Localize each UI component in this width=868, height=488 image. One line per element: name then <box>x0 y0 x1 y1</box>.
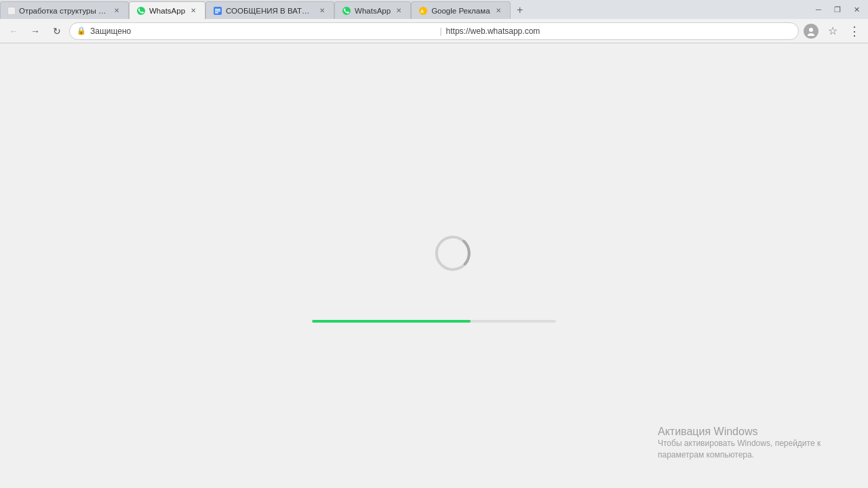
minimize-button[interactable]: ─ <box>810 3 827 16</box>
svg-point-8 <box>809 28 813 32</box>
tab-favicon-whatsapp-2 <box>342 6 351 16</box>
main-content: Активация Windows Чтобы активировать Win… <box>0 43 868 488</box>
url-display: https://web.whatsapp.com <box>446 26 791 36</box>
tab-label-whatsapp-active: WhatsApp <box>149 7 185 15</box>
svg-point-0 <box>137 7 145 15</box>
new-tab-button[interactable]: + <box>512 1 528 19</box>
tab-favicon-generic <box>7 7 16 15</box>
windows-watermark: Активация Windows Чтобы активировать Win… <box>658 426 848 461</box>
progress-bar-fill <box>312 320 471 323</box>
url-bar[interactable]: 🔒 Защищено | https://web.whatsapp.com <box>69 22 799 40</box>
url-separator: | <box>439 26 441 36</box>
watermark-title: Активация Windows <box>658 426 848 438</box>
security-label: Защищено <box>90 26 435 36</box>
tab-close-google-ads[interactable]: ✕ <box>494 6 503 16</box>
loading-container <box>414 241 454 282</box>
svg-text:A: A <box>420 9 424 14</box>
watermark-description: Чтобы активировать Windows, перейдите к … <box>658 438 848 461</box>
progress-bar-container <box>312 320 556 323</box>
tab-strip: Отработка структуры н... ✕ WhatsApp ✕ СО… <box>0 0 810 19</box>
tab-label-google-ads: Google Реклама <box>431 7 490 15</box>
tab-whatsapp-2[interactable]: WhatsApp ✕ <box>334 1 411 19</box>
tab-whatsapp-active[interactable]: WhatsApp ✕ <box>129 1 205 19</box>
titlebar: Отработка структуры н... ✕ WhatsApp ✕ СО… <box>0 0 868 19</box>
forward-button[interactable]: → <box>26 22 45 41</box>
svg-rect-4 <box>215 12 218 14</box>
tab-close-whatsapp-2[interactable]: ✕ <box>394 6 403 16</box>
refresh-button[interactable]: ↻ <box>47 22 66 41</box>
profile-icon <box>804 24 818 39</box>
svg-rect-3 <box>215 10 220 12</box>
tab-label-otrabotka: Отработка структуры н... <box>19 7 108 15</box>
address-bar: ← → ↻ 🔒 Защищено | https://web.whatsapp.… <box>0 19 868 43</box>
tab-soobscheniya[interactable]: СООБЩЕНИЯ В ВАТСАП... ✕ <box>205 1 334 19</box>
tab-google-ads[interactable]: A Google Реклама ✕ <box>411 1 510 19</box>
tab-close-otrabotka[interactable]: ✕ <box>112 6 121 16</box>
tab-favicon-doc <box>213 6 222 16</box>
bookmark-button[interactable]: ☆ <box>823 22 842 41</box>
profile-button[interactable] <box>802 22 821 41</box>
close-button[interactable]: ✕ <box>848 3 865 16</box>
tab-label-soobscheniya: СООБЩЕНИЯ В ВАТСАП... <box>226 7 314 15</box>
menu-button[interactable]: ⋮ <box>845 22 864 41</box>
window-controls: ─ ❐ ✕ <box>810 3 868 16</box>
tab-close-soobscheniya[interactable]: ✕ <box>317 6 327 16</box>
tab-close-whatsapp-active[interactable]: ✕ <box>189 6 198 16</box>
loading-spinner <box>414 241 454 282</box>
restore-button[interactable]: ❐ <box>829 3 846 16</box>
tab-otrabotka[interactable]: Отработка структуры н... ✕ <box>0 1 129 19</box>
svg-point-9 <box>808 33 814 36</box>
svg-rect-2 <box>215 9 220 10</box>
tab-favicon-ads: A <box>418 6 428 16</box>
svg-point-5 <box>342 7 351 15</box>
lock-icon: 🔒 <box>77 26 86 35</box>
tab-label-whatsapp-2: WhatsApp <box>355 7 391 15</box>
back-button[interactable]: ← <box>4 22 23 41</box>
tab-favicon-whatsapp-active <box>136 6 146 16</box>
